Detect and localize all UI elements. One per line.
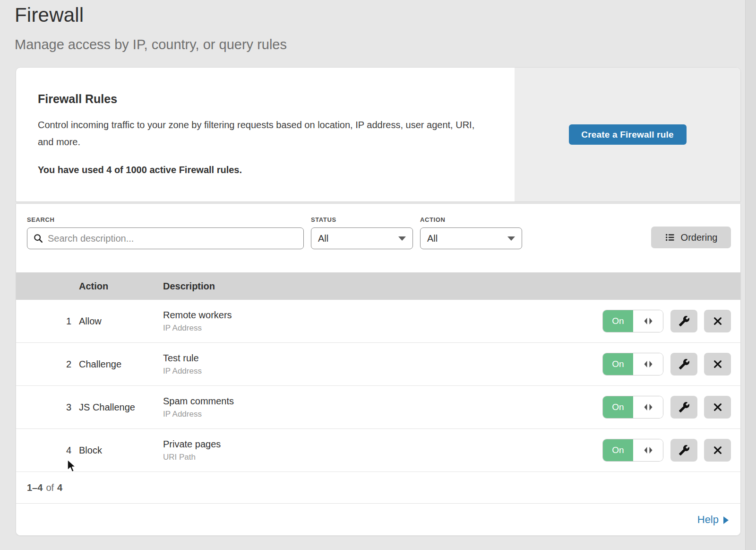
wrench-icon — [679, 358, 690, 370]
delete-rule-button[interactable] — [704, 439, 731, 462]
ordering-button-label: Ordering — [681, 232, 718, 243]
toggle-on-segment[interactable]: On — [603, 310, 633, 332]
action-selected-value: All — [427, 233, 438, 244]
pagination-range: 1–4 — [27, 482, 43, 493]
pagination-footer: 1–4 of 4 — [16, 472, 740, 503]
rule-description-cell: Spam comments IP Address — [163, 396, 603, 419]
rule-match-type: IP Address — [163, 323, 603, 333]
edit-rule-button[interactable] — [670, 439, 697, 462]
action-select[interactable]: All — [420, 227, 522, 249]
status-filter-group: STATUS All — [311, 216, 413, 249]
edit-rule-button[interactable] — [670, 310, 697, 332]
status-selected-value: All — [318, 233, 328, 244]
search-label: SEARCH — [27, 216, 304, 223]
search-filter-group: SEARCH — [27, 216, 304, 249]
rule-description-cell: Private pages URI Path — [163, 439, 603, 462]
delete-rule-button[interactable] — [704, 396, 731, 419]
wrench-icon — [679, 402, 690, 413]
action-column-header: Action — [79, 281, 163, 292]
firewall-rule-row: 1 Allow Remote workers IP Address On — [16, 300, 740, 343]
wrench-icon — [679, 315, 690, 327]
firewall-rule-row: 4 Block Private pages URI Path On — [16, 429, 740, 472]
status-select[interactable]: All — [311, 227, 413, 249]
table-header: Action Description — [16, 272, 740, 300]
page-title: Firewall — [15, 4, 756, 26]
firewall-rule-row: 3 JS Challenge Spam comments IP Address … — [16, 386, 740, 429]
left-right-arrows-icon — [643, 445, 654, 455]
rule-description: Spam comments — [163, 396, 603, 407]
rule-controls: On — [603, 439, 740, 462]
search-input-box[interactable] — [27, 227, 304, 249]
action-filter-group: ACTION All — [420, 216, 522, 249]
firewall-page: Firewall Manage access by IP, country, o… — [0, 0, 756, 550]
page-header: Firewall Manage access by IP, country, o… — [0, 0, 756, 52]
rule-controls: On — [603, 353, 740, 375]
rule-match-type: URI Path — [163, 453, 603, 462]
filters-bar: SEARCH STATUS All ACTION — [16, 204, 740, 272]
toggle-on-segment[interactable]: On — [603, 396, 633, 418]
rules-card-description: Control incoming traffic to your zone by… — [38, 116, 487, 150]
rule-match-type: IP Address — [163, 410, 603, 419]
pagination-of: of — [46, 482, 54, 493]
create-rule-panel: Create a Firewall rule — [515, 68, 740, 201]
close-icon — [713, 402, 723, 412]
rule-enabled-toggle[interactable]: On — [603, 353, 663, 375]
rule-action: JS Challenge — [79, 402, 163, 413]
toggle-arrows-handle[interactable] — [633, 353, 663, 375]
rule-description: Private pages — [163, 439, 603, 450]
page-subtitle: Manage access by IP, country, or query r… — [15, 37, 756, 52]
help-link[interactable]: Help — [697, 514, 729, 526]
left-right-arrows-icon — [643, 359, 654, 369]
action-label: ACTION — [420, 216, 522, 223]
rules-card-title: Firewall Rules — [38, 92, 496, 106]
rule-action: Challenge — [79, 359, 163, 370]
toggle-arrows-handle[interactable] — [633, 439, 663, 461]
close-icon — [713, 316, 723, 326]
rule-action: Block — [79, 445, 163, 456]
toggle-arrows-handle[interactable] — [633, 310, 663, 332]
delete-rule-button[interactable] — [704, 353, 731, 375]
rule-description-cell: Remote workers IP Address — [163, 310, 603, 333]
caret-down-icon — [507, 236, 515, 241]
create-firewall-rule-button[interactable]: Create a Firewall rule — [569, 124, 687, 145]
toggle-on-segment[interactable]: On — [603, 353, 633, 375]
rules-list-card: SEARCH STATUS All ACTION — [16, 203, 741, 536]
rules-usage-note: You have used 4 of 1000 active Firewall … — [38, 165, 496, 175]
toggle-arrows-handle[interactable] — [633, 396, 663, 418]
help-link-label: Help — [697, 514, 719, 526]
rule-enabled-toggle[interactable]: On — [603, 439, 663, 461]
edit-rule-button[interactable] — [670, 353, 697, 375]
search-input[interactable] — [48, 233, 298, 244]
help-arrow-icon — [723, 516, 729, 524]
firewall-rule-row: 2 Challenge Test rule IP Address On — [16, 343, 740, 386]
ordering-button[interactable]: Ordering — [651, 227, 731, 248]
rule-description: Remote workers — [163, 310, 603, 321]
firewall-rules-card: Firewall Rules Control incoming traffic … — [16, 67, 741, 202]
ordering-wrap: Ordering — [651, 216, 731, 248]
rule-match-type: IP Address — [163, 367, 603, 376]
close-icon — [713, 359, 723, 369]
status-label: STATUS — [311, 216, 413, 223]
left-right-arrows-icon — [643, 316, 654, 326]
rule-priority: 1 — [16, 316, 79, 327]
rule-enabled-toggle[interactable]: On — [603, 396, 663, 418]
pagination-total: 4 — [57, 482, 62, 493]
rule-priority: 2 — [16, 359, 79, 370]
help-row: Help — [16, 503, 740, 535]
rule-enabled-toggle[interactable]: On — [603, 310, 663, 332]
wrench-icon — [679, 445, 690, 456]
ordered-list-icon — [665, 232, 675, 243]
search-icon — [33, 233, 43, 244]
delete-rule-button[interactable] — [704, 310, 731, 332]
rule-controls: On — [603, 396, 740, 419]
rule-description: Test rule — [163, 353, 603, 364]
description-column-header: Description — [163, 281, 740, 292]
toggle-on-segment[interactable]: On — [603, 439, 633, 461]
rule-action: Allow — [79, 316, 163, 327]
close-icon — [713, 445, 723, 455]
rule-priority: 4 — [16, 445, 79, 456]
rule-controls: On — [603, 310, 740, 332]
edit-rule-button[interactable] — [670, 396, 697, 419]
caret-down-icon — [398, 236, 406, 241]
firewall-rules-card-content: Firewall Rules Control incoming traffic … — [16, 68, 515, 201]
